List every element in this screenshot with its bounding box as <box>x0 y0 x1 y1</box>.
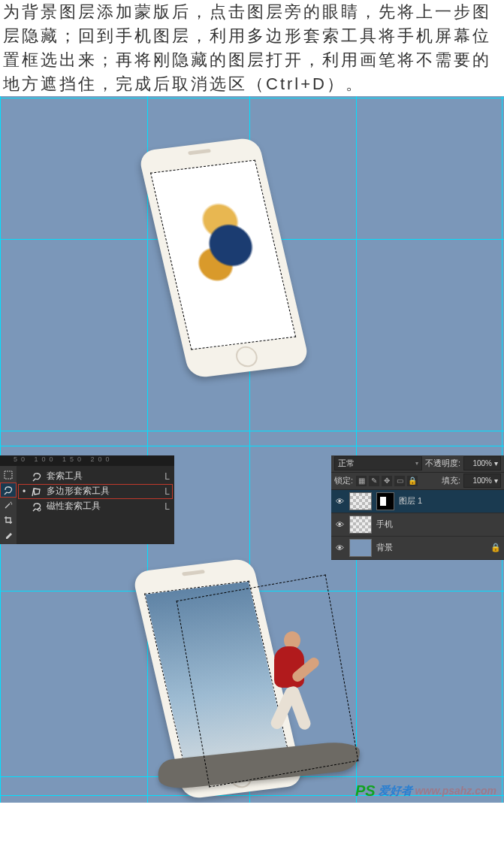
lock-position-icon[interactable]: ✥ <box>382 476 392 486</box>
visibility-eye-icon[interactable]: 👁 <box>334 520 345 529</box>
guide-v <box>0 96 1 803</box>
layer-thumb <box>349 492 372 510</box>
layer-row[interactable]: 👁图层 1 <box>331 490 504 513</box>
lock-icon: 🔒 <box>490 543 501 552</box>
lasso-menu-item[interactable]: 套索工具L <box>18 469 173 484</box>
watermark-ps: PS <box>355 782 376 800</box>
lasso-menu-item[interactable]: •多边形套索工具L <box>18 484 173 499</box>
marquee-tool-icon[interactable] <box>0 467 17 483</box>
lasso-menu-item[interactable]: 磁性套索工具L <box>18 499 173 514</box>
phone1-screen-selection <box>150 159 296 349</box>
layers-panel-header-row2: 锁定: ▦ ✎ ✥ ▭ 🔒 填充: 100%▾ <box>331 473 504 490</box>
watermark: PS 爱好者 www.psahz.com <box>355 782 496 800</box>
eyedropper-tool-icon[interactable] <box>0 528 17 543</box>
opacity-label: 不透明度: <box>425 458 460 469</box>
poly-lasso-icon <box>32 486 42 497</box>
fill-label: 填充: <box>442 475 460 486</box>
canvas-area: 50 100 150 200 套索工具L•多边形 <box>0 96 504 803</box>
watermark-site: 爱好者 <box>379 784 412 798</box>
guide-h <box>0 98 504 98</box>
lasso-tool-icon[interactable] <box>0 483 17 498</box>
layers-panel: 正常▾ 不透明度: 100%▾ 锁定: ▦ ✎ ✥ ▭ 🔒 填充: 100%▾ … <box>331 455 504 560</box>
magic-wand-tool-icon[interactable] <box>0 498 17 513</box>
visibility-eye-icon[interactable]: 👁 <box>334 497 345 506</box>
guide-h <box>0 446 504 446</box>
watermark-domain: www.psahz.com <box>415 785 496 797</box>
layer-row[interactable]: 👁手机 <box>331 513 504 537</box>
marquee-selection <box>177 574 359 787</box>
tutorial-text: 为背景图层添加蒙版后，点击图层旁的眼睛，先将上一步图层隐藏；回到手机图层，利用多… <box>0 0 504 96</box>
guide-v <box>502 96 502 803</box>
menu-item-label: 多边形套索工具 <box>47 485 110 498</box>
lock-icon-group: ▦ ✎ ✥ ▭ 🔒 <box>356 476 418 486</box>
layer-name: 手机 <box>376 519 501 530</box>
lock-all-icon[interactable]: 🔒 <box>407 476 418 486</box>
lock-label: 锁定: <box>334 475 353 486</box>
layer-name: 背景 <box>376 542 486 553</box>
ruler: 50 100 150 200 <box>0 455 174 466</box>
lasso-submenu: 套索工具L•多边形套索工具L磁性套索工具L <box>17 466 174 544</box>
menu-shortcut: L <box>164 486 170 497</box>
lock-artboard-icon[interactable]: ▭ <box>394 476 405 486</box>
layer-list: 👁图层 1👁手机👁背景🔒 <box>331 490 504 560</box>
menu-marker: • <box>21 486 27 497</box>
visibility-eye-icon[interactable]: 👁 <box>334 543 345 552</box>
guide-v <box>147 96 148 803</box>
layer-thumb <box>349 539 372 557</box>
home-button-icon <box>234 345 259 368</box>
fill-value[interactable]: 100%▾ <box>463 473 501 488</box>
layer-name: 图层 1 <box>399 495 501 507</box>
phone-mock-1 <box>137 137 309 379</box>
lock-pixels-icon[interactable]: ✎ <box>369 476 379 486</box>
guide-v <box>356 96 357 803</box>
toolbar-strip <box>0 466 17 544</box>
menu-item-label: 磁性套索工具 <box>47 500 101 513</box>
layer-row[interactable]: 👁背景🔒 <box>331 537 504 560</box>
betta-fish-art <box>157 165 290 344</box>
lasso-tool-flyout: 50 100 150 200 套索工具L•多边形 <box>0 455 174 544</box>
lock-transparency-icon[interactable]: ▦ <box>356 476 367 486</box>
layer-thumb <box>349 516 372 534</box>
opacity-value[interactable]: 100%▾ <box>463 456 501 470</box>
layers-panel-header-row1: 正常▾ 不透明度: 100%▾ <box>331 455 504 473</box>
mag-lasso-icon <box>32 501 42 512</box>
svg-rect-0 <box>5 471 12 479</box>
crop-tool-icon[interactable] <box>0 513 17 528</box>
guide-h <box>0 431 504 431</box>
menu-shortcut: L <box>164 501 170 512</box>
menu-item-label: 套索工具 <box>47 470 83 483</box>
menu-shortcut: L <box>164 471 170 482</box>
lasso-icon <box>32 471 42 482</box>
blend-mode-select[interactable]: 正常▾ <box>334 456 422 470</box>
layer-mask-thumb <box>376 492 394 510</box>
